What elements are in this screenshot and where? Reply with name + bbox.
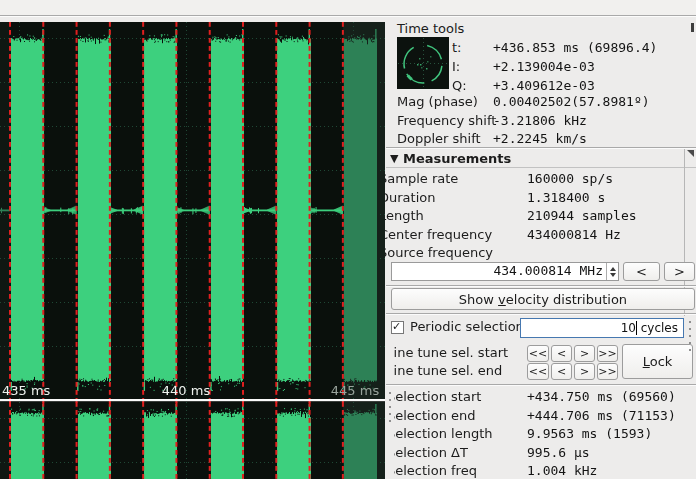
sample-rate-label: Sample rate bbox=[379, 172, 458, 186]
freq-prev-button[interactable]: < bbox=[623, 262, 660, 281]
i-label: I: bbox=[452, 60, 460, 74]
cycles-input[interactable]: 10 cycles bbox=[520, 318, 684, 338]
scroll-arrow-icon bbox=[687, 150, 694, 157]
selection-start-value: +434.750 ms (69560) bbox=[527, 390, 676, 404]
measurements-title: Measurements bbox=[403, 151, 511, 166]
doppler-shift-value: +2.2245 km/s bbox=[493, 132, 587, 146]
center-frequency-label: Center frequency bbox=[379, 228, 492, 242]
selection-deltat-value: 995.6 µs bbox=[527, 446, 590, 460]
mag-phase-label: Mag (phase) bbox=[397, 95, 478, 109]
fine-end-back-button[interactable]: < bbox=[551, 363, 572, 380]
periodic-selection-label: Periodic selection bbox=[410, 320, 524, 334]
length-label: Length bbox=[379, 209, 424, 223]
frequency-shift-value: -3.21806 kHz bbox=[493, 114, 587, 128]
checkbox-check-icon: ✓ bbox=[392, 321, 401, 333]
duration-label: Duration bbox=[379, 191, 435, 205]
spin-down-icon[interactable] bbox=[610, 273, 616, 277]
iq-constellation-preview bbox=[397, 37, 449, 89]
cycles-suffix: cycles bbox=[637, 321, 678, 335]
spinbox-arrows[interactable] bbox=[606, 263, 620, 280]
length-value: 210944 samples bbox=[527, 209, 637, 223]
i-value: +2.139004e-03 bbox=[493, 60, 595, 74]
fine-end-ffwd-button[interactable]: >> bbox=[597, 363, 618, 380]
selection-start-label: Selection start bbox=[387, 390, 481, 404]
frequency-shift-label: Frequency shift bbox=[397, 114, 496, 128]
time-tools-title: Time tools bbox=[397, 22, 464, 36]
q-label: Q: bbox=[452, 79, 467, 93]
duration-value: 1.318400 s bbox=[527, 191, 605, 205]
measurements-header[interactable]: ▼ Measurements bbox=[386, 150, 696, 168]
lock-button[interactable]: Lock bbox=[622, 344, 693, 379]
doppler-shift-label: Doppler shift bbox=[397, 132, 481, 146]
splitter-strip bbox=[385, 343, 394, 479]
selection-end-label: Selection end bbox=[387, 409, 476, 423]
freq-next-button[interactable]: > bbox=[664, 262, 695, 281]
frequency-spinbox-value: 434.000814 MHz bbox=[391, 264, 603, 278]
fine-start-rewind-button[interactable]: << bbox=[527, 345, 549, 362]
fine-tune-end-label: Fine tune sel. end bbox=[387, 364, 502, 378]
periodic-selection-checkbox[interactable]: ✓ bbox=[391, 321, 404, 334]
fine-start-fwd-button[interactable]: > bbox=[574, 345, 595, 362]
show-velocity-distribution-button[interactable]: Show velocity distribution bbox=[391, 288, 695, 310]
collapse-arrow-icon: ▼ bbox=[390, 152, 398, 165]
mag-phase-value: 0.00402502(57.8981º) bbox=[493, 95, 650, 109]
clipped-edge-mark bbox=[691, 23, 694, 32]
top-groove bbox=[0, 15, 696, 16]
fine-start-back-button[interactable]: < bbox=[551, 345, 572, 362]
separator bbox=[386, 147, 696, 148]
center-frequency-value: 434000814 Hz bbox=[527, 228, 621, 242]
separator bbox=[386, 285, 696, 286]
separator bbox=[386, 384, 696, 385]
fine-tune-start-label: Fine tune sel. start bbox=[387, 346, 508, 360]
selection-length-value: 9.9563 ms (1593) bbox=[527, 427, 652, 441]
cycles-value: 10 bbox=[621, 321, 636, 335]
waveform-view[interactable] bbox=[0, 22, 385, 479]
t-value: +436.853 ms (69896.4) bbox=[493, 41, 657, 55]
t-label: t: bbox=[452, 41, 461, 55]
selection-length-label: Selection length bbox=[387, 427, 492, 441]
selection-deltat-label: Selection ΔT bbox=[387, 446, 468, 460]
source-frequency-label: Source frequency bbox=[379, 246, 493, 260]
selection-freq-label: Selection freq bbox=[387, 464, 477, 478]
fine-start-ffwd-button[interactable]: >> bbox=[597, 345, 618, 362]
selection-freq-value: 1.004 kHz bbox=[527, 464, 597, 478]
window-top-strip bbox=[0, 0, 696, 15]
separator bbox=[386, 313, 696, 314]
q-value: +3.409612e-03 bbox=[493, 79, 595, 93]
spin-up-icon[interactable] bbox=[610, 267, 616, 271]
fine-end-fwd-button[interactable]: > bbox=[574, 363, 595, 380]
sigdigger-window: Time tools t: +436.853 ms (69896.4) I: +… bbox=[0, 0, 696, 479]
sample-rate-value: 160000 sp/s bbox=[527, 172, 613, 186]
selection-end-value: +444.706 ms (71153) bbox=[527, 409, 676, 423]
fine-end-rewind-button[interactable]: << bbox=[527, 363, 549, 380]
